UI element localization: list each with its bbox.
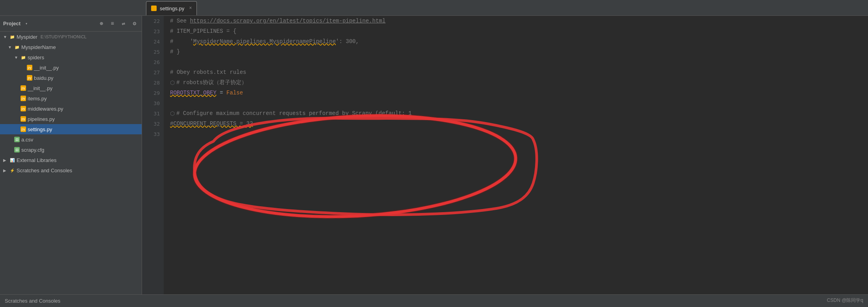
empty-line xyxy=(170,59,173,65)
py-icon: py xyxy=(27,65,32,70)
tree-item-external-libs[interactable]: ▶ 📊 External Libraries xyxy=(0,155,142,165)
project-dropdown-arrow[interactable]: ▾ xyxy=(25,21,28,26)
tree-item-baidu[interactable]: ▶ py baidu.py xyxy=(0,73,142,83)
settings-icon[interactable]: ⚙ xyxy=(131,20,138,28)
tab-close-button[interactable]: × xyxy=(189,6,192,11)
comment-text: # } xyxy=(170,49,180,55)
py-icon: py xyxy=(21,116,26,122)
bottom-bar: Scratches and Consoles xyxy=(0,294,868,307)
tree-item-spiders[interactable]: ▼ 📁 spiders xyxy=(0,52,142,62)
py-icon: py xyxy=(21,85,26,91)
link-text: https://docs.scrapy.org/en/latest/topics… xyxy=(190,18,385,24)
sidebar: Project ▾ ⊕ ≡ ⇌ ⚙ ▼ 📁 Myspider E:\STUDY\… xyxy=(0,16,142,294)
equals: = xyxy=(217,90,226,96)
tree-label: a.csv xyxy=(21,137,33,143)
collapse-icon[interactable]: ⇌ xyxy=(120,20,127,28)
scratches-label: Scratches and Consoles xyxy=(5,298,60,304)
line-num-30: 30 xyxy=(142,98,164,108)
code-line-30 xyxy=(164,98,868,108)
tab-bar: settings.py × xyxy=(0,0,868,16)
tree-label: spiders xyxy=(28,55,44,60)
tree-label: Scratches and Consoles xyxy=(17,168,72,173)
tree-label: scrapy.cfg xyxy=(21,147,44,153)
line-num-22: 22 xyxy=(142,16,164,26)
watermark: CSDN @陈同学q xyxy=(827,297,863,304)
comment-text: # ITEM_PIPELINES = { xyxy=(170,28,236,34)
comment-text: # robots协议（君子协定） xyxy=(176,79,247,86)
editor-wrapper: # See https://docs.scrapy.org/en/latest/… xyxy=(164,16,868,294)
code-line-29: ROBOTSTXT_OBEY = False xyxy=(164,88,868,98)
empty-line xyxy=(170,100,173,106)
code-line-22: # See https://docs.scrapy.org/en/latest/… xyxy=(164,16,868,26)
scratches-bottom[interactable]: Scratches and Consoles xyxy=(5,298,60,304)
code-line-24: # 'MyspiderName.pipelines.MyspidernamePi… xyxy=(164,36,868,47)
line-num-24: 24 xyxy=(142,36,164,47)
main-layout: Project ▾ ⊕ ≡ ⇌ ⚙ ▼ 📁 Myspider E:\STUDY\… xyxy=(0,16,868,294)
false-keyword: False xyxy=(226,90,243,96)
tree-item-init-root[interactable]: ▶ py __init__.py xyxy=(0,83,142,93)
tree-item-pipelines[interactable]: ▶ py pipelines.py xyxy=(0,114,142,124)
tree-label: External Libraries xyxy=(17,157,56,163)
line-num-26: 26 xyxy=(142,57,164,67)
expand-arrow: ▶ xyxy=(3,158,8,162)
gutter-icon: ⬡ xyxy=(170,110,175,117)
tree-item-init-spiders[interactable]: ▶ py __init__.py xyxy=(0,62,142,73)
code-line-26 xyxy=(164,57,868,67)
code-line-28: ⬡# robots协议（君子协定） xyxy=(164,77,868,88)
tree-label: baidu.py xyxy=(34,75,53,81)
tree-item-myspidername[interactable]: ▼ 📁 MyspiderName xyxy=(0,42,142,52)
line-num-31: 31 xyxy=(142,108,164,119)
line-num-28: 28 xyxy=(142,77,164,88)
code-line-33 xyxy=(164,129,868,139)
tree-label: pipelines.py xyxy=(28,116,55,122)
squiggle-text: MyspiderName.pipelines.MyspidernamePipel… xyxy=(193,38,336,45)
tree-item-myspider[interactable]: ▼ 📁 Myspider E:\STUDY\PYTHON\CL xyxy=(0,32,142,42)
cfg-icon: ▤ xyxy=(14,147,20,153)
tab-label: settings.py xyxy=(160,6,184,11)
comment-text: # Configure maximum concurrent requests … xyxy=(176,110,412,117)
tree-item-cfg[interactable]: ▶ ▤ scrapy.cfg xyxy=(0,145,142,155)
line-num-29: 29 xyxy=(142,88,164,98)
tree-label: items.py xyxy=(28,96,47,102)
code-editor[interactable]: 22 23 24 25 26 27 28 29 30 31 32 33 # Se… xyxy=(142,16,868,294)
line-num-32: 32 xyxy=(142,119,164,129)
code-lines[interactable]: # See https://docs.scrapy.org/en/latest/… xyxy=(164,16,868,294)
expand-arrow: ▶ xyxy=(3,168,8,173)
scroll-from-source-icon[interactable]: ≡ xyxy=(108,20,116,28)
tree-label: settings.py xyxy=(28,126,52,132)
expand-arrow: ▼ xyxy=(14,55,19,60)
line-numbers: 22 23 24 25 26 27 28 29 30 31 32 33 xyxy=(142,16,164,294)
code-line-23: # ITEM_PIPELINES = { xyxy=(164,26,868,36)
py-icon: py xyxy=(21,96,26,101)
tree-item-scratches[interactable]: ▶ ⚡ Scratches and Consoles xyxy=(0,165,142,175)
py-icon: py xyxy=(27,75,32,81)
line-num-23: 23 xyxy=(142,26,164,36)
line-num-27: 27 xyxy=(142,67,164,77)
code-line-25: # } xyxy=(164,47,868,57)
tab-settings-py[interactable]: settings.py × xyxy=(146,1,197,15)
csv-icon: ▤ xyxy=(14,137,20,142)
code-line-27: # Obey robots.txt rules xyxy=(164,67,868,77)
folder-icon: 📁 xyxy=(9,34,15,40)
tree-label: __init__.py xyxy=(28,85,52,91)
tree-item-items[interactable]: ▶ py items.py xyxy=(0,93,142,104)
gutter-icon: ⬡ xyxy=(170,79,175,86)
tree-item-middlewares[interactable]: ▶ py middlewares.py xyxy=(0,104,142,114)
comment-text: # Obey robots.txt rules xyxy=(170,69,246,75)
folder-icon: 📁 xyxy=(14,44,20,50)
add-content-icon[interactable]: ⊕ xyxy=(97,20,105,28)
comment-text: # ' xyxy=(170,38,193,45)
comment-text: # See xyxy=(170,18,190,24)
code-line-32: #CONCURRENT_REQUESTS = 32 xyxy=(164,119,868,129)
code-line-31: ⬡# Configure maximum concurrent requests… xyxy=(164,108,868,119)
lib-icon: 📊 xyxy=(9,157,15,163)
tree-item-settings[interactable]: ▶ py settings.py xyxy=(0,124,142,134)
code-content: 22 23 24 25 26 27 28 29 30 31 32 33 # Se… xyxy=(142,16,868,294)
tree-label: Myspider xyxy=(17,34,37,40)
project-path: E:\STUDY\PYTHON\CL xyxy=(41,34,87,39)
py-icon: py xyxy=(21,106,26,111)
tree-item-csv[interactable]: ▶ ▤ a.csv xyxy=(0,134,142,145)
tree-label: MyspiderName xyxy=(21,44,56,50)
empty-line xyxy=(170,131,173,137)
tree-label: __init__.py xyxy=(34,65,59,71)
